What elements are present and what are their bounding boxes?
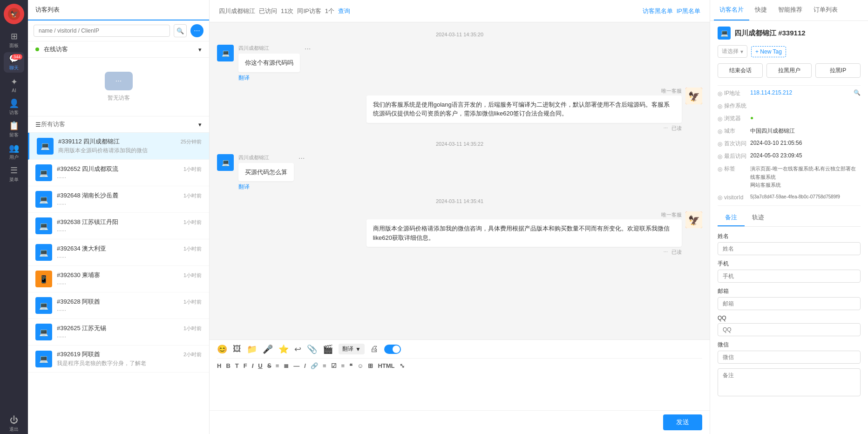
sidebar-logo[interactable]: 🦅 bbox=[4, 4, 24, 24]
format-align-left[interactable]: ≡ bbox=[276, 362, 279, 369]
sidebar-item-menu[interactable]: ☰ 菜单 bbox=[4, 164, 24, 184]
format-font[interactable]: F bbox=[244, 362, 247, 369]
info-row-city: ◎ 城市 中国四川成都锦江 bbox=[718, 127, 861, 135]
visitor-preview: 商用版本全源码价格请添加我的微信 bbox=[58, 147, 202, 155]
email-input[interactable] bbox=[718, 297, 861, 310]
visitor-item[interactable]: 💻 #392619 阿联酋 2小时前 我是程序员老狼的数字分身，了解老 bbox=[28, 346, 209, 373]
chat-messages: 2024-03-11 14:35:20 💻 四川成都锦江 你这个有源代码吗 翻译… bbox=[210, 22, 710, 339]
visitor-item[interactable]: 💻 #392638 江苏镇江丹阳 1小时前 ······ bbox=[28, 213, 209, 239]
right-tabs: 访客名片 快捷 智能推荐 订单列表 bbox=[710, 0, 868, 21]
tab-visitor-card[interactable]: 访客名片 bbox=[714, 0, 749, 20]
format-fullscreen[interactable]: ⤡ bbox=[400, 362, 405, 369]
attachment-icon[interactable]: 📎 bbox=[307, 344, 317, 354]
format-quote[interactable]: ❝ bbox=[349, 362, 353, 369]
end-session-button[interactable]: 结束会话 bbox=[718, 63, 763, 78]
view-link[interactable]: 查询 bbox=[338, 7, 350, 15]
visitor-avatar: 📱 bbox=[35, 271, 52, 287]
visitor-item[interactable]: 💻 #392652 四川成都双流 1小时前 ······ bbox=[28, 160, 209, 186]
blacklist-link[interactable]: 访客黑名单 bbox=[643, 7, 673, 15]
file-icon[interactable]: 📁 bbox=[247, 344, 257, 354]
online-section[interactable]: 在线访客 ▾ bbox=[28, 41, 209, 58]
format-divider[interactable]: — bbox=[293, 362, 299, 369]
sidebar-item-session[interactable]: 📋 留客 bbox=[4, 119, 24, 140]
sidebar-item-chat[interactable]: 💬 聊天 344 bbox=[4, 52, 24, 73]
visitor-time: 25分钟前 bbox=[181, 138, 202, 145]
visitor-item[interactable]: 💻 #392634 澳大利亚 1小时前 ······ bbox=[28, 239, 209, 266]
visitor-item[interactable]: 📱 #392630 柬埔寨 1小时前 ······ bbox=[28, 266, 209, 292]
message-more-btn[interactable]: ··· bbox=[664, 125, 668, 132]
audio-icon[interactable]: 🎤 bbox=[263, 344, 273, 354]
format-underline[interactable]: U bbox=[258, 362, 262, 369]
sidebar-item-visitor[interactable]: 👤 访客 bbox=[4, 97, 24, 117]
visitor-item[interactable]: 💻 #392628 阿联酋 1小时前 ······ bbox=[28, 292, 209, 319]
visitor-id-value: 5|3a7c8d47-59ae-4fea-8b0c-07758d7589f9 bbox=[750, 194, 840, 199]
format-link[interactable]: 🔗 bbox=[311, 362, 318, 369]
sidebar-item-dashboard[interactable]: ⊞ 面板 bbox=[4, 30, 24, 50]
search-ip-icon[interactable]: 🔍 bbox=[854, 89, 861, 96]
right-panel: 访客名片 快捷 智能推荐 订单列表 💻 四川成都锦江 #339112 请选择 ▾… bbox=[710, 0, 868, 434]
format-heading[interactable]: H bbox=[217, 362, 221, 369]
format-text[interactable]: T bbox=[235, 362, 239, 369]
tag-select[interactable]: 请选择 ▾ bbox=[718, 45, 747, 58]
name-input[interactable] bbox=[718, 242, 861, 255]
video-icon[interactable]: 🎬 bbox=[323, 344, 333, 354]
send-button[interactable]: 发送 bbox=[663, 414, 702, 430]
visitor-item[interactable]: 💻 #392625 江苏无锡 1小时前 ······ bbox=[28, 319, 209, 346]
visitor-info: #392634 澳大利亚 1小时前 ······ bbox=[57, 244, 202, 260]
message-more-button[interactable]: ··· bbox=[305, 45, 311, 53]
sidebar-item-logout[interactable]: ⏻ 退出 bbox=[4, 414, 24, 434]
image-icon[interactable]: 🖼 bbox=[233, 344, 241, 354]
translate-selector[interactable]: 翻译 ▼ bbox=[339, 344, 365, 354]
emoji-icon[interactable]: 😊 bbox=[217, 344, 227, 354]
new-tag-button[interactable]: + New Tag bbox=[751, 46, 786, 57]
translate-button[interactable]: 翻译 bbox=[238, 74, 300, 82]
blacklist-user-button[interactable]: 拉黑用户 bbox=[766, 63, 812, 78]
qq-input[interactable] bbox=[718, 323, 861, 336]
blacklist-ip-button[interactable]: 拉黑IP bbox=[815, 63, 861, 78]
tab-smart[interactable]: 智能推荐 bbox=[773, 0, 808, 20]
undo-icon[interactable]: ↩ bbox=[294, 344, 301, 354]
visitor-time: 1小时前 bbox=[183, 272, 202, 279]
phone-input[interactable] bbox=[718, 270, 861, 283]
visitor-item[interactable]: 💻 #339112 四川成都锦江 25分钟前 商用版本全源码价格请添加我的微信 bbox=[28, 133, 209, 160]
format-italic[interactable]: I bbox=[252, 362, 254, 369]
sidebar-item-user[interactable]: 👥 用户 bbox=[4, 142, 24, 162]
format-strikethrough[interactable]: S̶ bbox=[267, 362, 271, 369]
tab-order[interactable]: 订单列表 bbox=[808, 0, 843, 20]
search-button[interactable]: 🔍 bbox=[174, 24, 187, 37]
ip-blacklist-link[interactable]: IP黑名单 bbox=[677, 7, 700, 15]
format-emoji[interactable]: ☺ bbox=[357, 362, 363, 369]
message-bubble: 商用版本全源码价格请添加我的微信咨询，具体费用根据产品版本和购买数量不同而有所变… bbox=[366, 219, 682, 247]
format-align[interactable]: ≡ bbox=[341, 362, 345, 369]
visitor-item[interactable]: 💻 #392648 湖南长沙岳麓 1小时前 ······ bbox=[28, 186, 209, 213]
print-icon[interactable]: 🖨 bbox=[370, 344, 379, 354]
form-row-notes bbox=[718, 368, 861, 398]
message-more-btn[interactable]: ··· bbox=[664, 249, 668, 256]
action-buttons: 结束会话 拉黑用户 拉黑IP bbox=[718, 63, 861, 78]
format-list[interactable]: ≡ bbox=[323, 362, 326, 369]
sidebar-item-ai[interactable]: ✦ AI bbox=[4, 75, 24, 95]
notes-textarea[interactable] bbox=[718, 368, 861, 396]
format-slash[interactable]: / bbox=[304, 362, 306, 369]
search-input[interactable] bbox=[34, 25, 170, 37]
all-visitors-section[interactable]: ☰ 所有访客 ▾ bbox=[28, 116, 209, 133]
translate-button[interactable]: 翻译 bbox=[238, 183, 294, 191]
chat-input[interactable] bbox=[210, 373, 710, 410]
tab-quick[interactable]: 快捷 bbox=[749, 0, 773, 20]
star-icon[interactable]: ⭐ bbox=[278, 344, 289, 354]
wechat-input[interactable] bbox=[718, 351, 861, 364]
format-html[interactable]: HTML bbox=[378, 362, 394, 369]
format-align-justify[interactable]: ≣ bbox=[284, 362, 289, 369]
info-row-visitor-id: ◎ visitorId 5|3a7c8d47-59ae-4fea-8b0c-07… bbox=[718, 194, 861, 201]
message-more-button[interactable]: ··· bbox=[298, 154, 305, 163]
visitor-info: #392628 阿联酋 1小时前 ······ bbox=[57, 298, 202, 313]
translate-label: 翻译 bbox=[342, 345, 353, 353]
tab-track[interactable]: 轨迹 bbox=[745, 210, 772, 226]
first-visit-value: 2024-03-10 21:05:56 bbox=[750, 140, 861, 146]
toggle-switch[interactable] bbox=[384, 345, 401, 354]
format-table[interactable]: ⊞ bbox=[368, 362, 373, 369]
format-bold[interactable]: B bbox=[226, 362, 230, 369]
tab-notes[interactable]: 备注 bbox=[718, 210, 745, 226]
format-checkbox[interactable]: ☑ bbox=[331, 362, 337, 369]
more-button[interactable]: ··· bbox=[190, 24, 203, 37]
